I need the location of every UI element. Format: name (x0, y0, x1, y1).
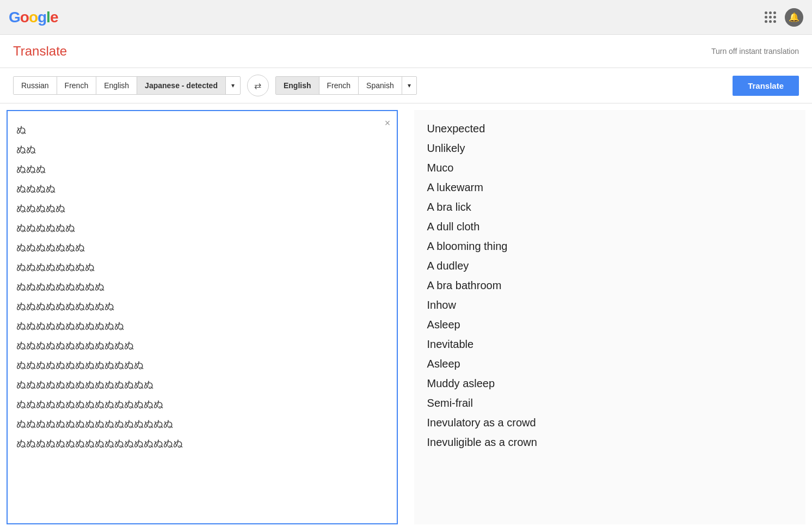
input-panel[interactable]: × ぬぬぬぬぬぬぬぬぬぬぬぬぬぬぬぬぬぬぬぬぬぬぬぬぬぬぬぬぬぬぬぬぬぬぬぬぬぬ… (7, 110, 398, 524)
source-lang-french[interactable]: French (57, 77, 97, 94)
clear-button[interactable]: × (385, 118, 391, 129)
input-line: ぬぬぬぬぬぬぬぬ (16, 257, 388, 277)
input-line: ぬぬぬぬぬぬぬぬぬ (16, 277, 388, 296)
input-line: ぬぬぬ (16, 159, 388, 179)
source-lang-dropdown[interactable]: ▾ (226, 77, 240, 94)
source-lang-japanese[interactable]: Japanese - detected (137, 77, 226, 94)
target-lang-dropdown[interactable]: ▾ (402, 77, 416, 94)
translate-button[interactable]: Translate (733, 76, 799, 96)
source-lang-russian[interactable]: Russian (14, 77, 57, 94)
translation-line: A dull cloth (427, 217, 792, 236)
output-panel: UnexpectedUnlikelyMucoA lukewarmA bra li… (414, 110, 805, 524)
translation-line: Muco (427, 158, 792, 178)
translation-line: Muddy asleep (427, 374, 792, 393)
input-line: ぬぬぬぬぬぬぬぬぬぬぬぬぬぬぬ (16, 394, 388, 414)
input-line: ぬぬぬぬぬぬぬ (16, 237, 388, 257)
panel-divider (398, 103, 414, 526)
input-line: ぬぬ (16, 139, 388, 159)
target-lang-english[interactable]: English (276, 77, 319, 94)
translation-line: Inevitable (427, 334, 792, 354)
translation-line: Asleep (427, 354, 792, 374)
instant-translation-link[interactable]: Turn off instant translation (711, 47, 799, 56)
target-lang-french[interactable]: French (319, 77, 359, 94)
grid-apps-icon[interactable] (765, 11, 776, 23)
toolbar: Russian French English Japanese - detect… (0, 68, 812, 103)
source-language-group: Russian French English Japanese - detect… (13, 76, 241, 95)
translation-line: A dudley (427, 256, 792, 276)
translation-line: A blooming thing (427, 236, 792, 256)
input-text: ぬぬぬぬぬぬぬぬぬぬぬぬぬぬぬぬぬぬぬぬぬぬぬぬぬぬぬぬぬぬぬぬぬぬぬぬぬぬぬぬ… (16, 120, 388, 453)
translation-line: Inevulatory as a crowd (427, 413, 792, 432)
input-line: ぬぬぬぬぬぬぬぬぬぬ (16, 296, 388, 316)
translation-line: Unexpected (427, 119, 792, 138)
input-line: ぬぬぬぬぬぬぬぬぬぬぬぬぬぬぬぬ (16, 414, 388, 433)
translation-line: Inevuligible as a crown (427, 432, 792, 452)
avatar[interactable]: 🔔 (785, 8, 803, 27)
source-lang-english[interactable]: English (96, 77, 137, 94)
main-content: × ぬぬぬぬぬぬぬぬぬぬぬぬぬぬぬぬぬぬぬぬぬぬぬぬぬぬぬぬぬぬぬぬぬぬぬぬぬぬ… (0, 103, 812, 526)
input-line: ぬ (16, 120, 388, 139)
page-header: Translate Turn off instant translation (0, 35, 812, 68)
translation-line: A bra lick (427, 197, 792, 217)
translation-line: A bra bathroom (427, 276, 792, 295)
target-lang-spanish[interactable]: Spanish (359, 77, 402, 94)
input-line: ぬぬぬぬ (16, 179, 388, 198)
bell-icon: 🔔 (789, 12, 799, 22)
translation-line: Unlikely (427, 138, 792, 158)
input-line: ぬぬぬぬぬぬぬぬぬぬぬぬぬ (16, 355, 388, 375)
topbar-right: 🔔 (765, 8, 803, 27)
input-line: ぬぬぬぬぬぬぬぬぬぬぬぬぬぬぬぬぬ (16, 433, 388, 453)
input-line: ぬぬぬぬぬぬ (16, 218, 388, 237)
translation-line: A lukewarm (427, 178, 792, 197)
swap-icon: ⇄ (254, 81, 261, 91)
input-line: ぬぬぬぬぬぬぬぬぬぬぬぬ (16, 335, 388, 355)
input-line: ぬぬぬぬぬぬぬぬぬぬぬ (16, 316, 388, 335)
target-language-group: English French Spanish ▾ (275, 76, 417, 95)
input-line: ぬぬぬぬぬぬぬぬぬぬぬぬぬぬ (16, 375, 388, 394)
translation-line: Inhow (427, 295, 792, 315)
google-logo[interactable]: Google (9, 9, 58, 26)
input-line: ぬぬぬぬぬ (16, 198, 388, 218)
translation-line: Asleep (427, 315, 792, 334)
page-title: Translate (13, 44, 67, 59)
translation-line: Semi-frail (427, 393, 792, 413)
topbar: Google 🔔 (0, 0, 812, 35)
swap-languages-button[interactable]: ⇄ (247, 75, 269, 96)
